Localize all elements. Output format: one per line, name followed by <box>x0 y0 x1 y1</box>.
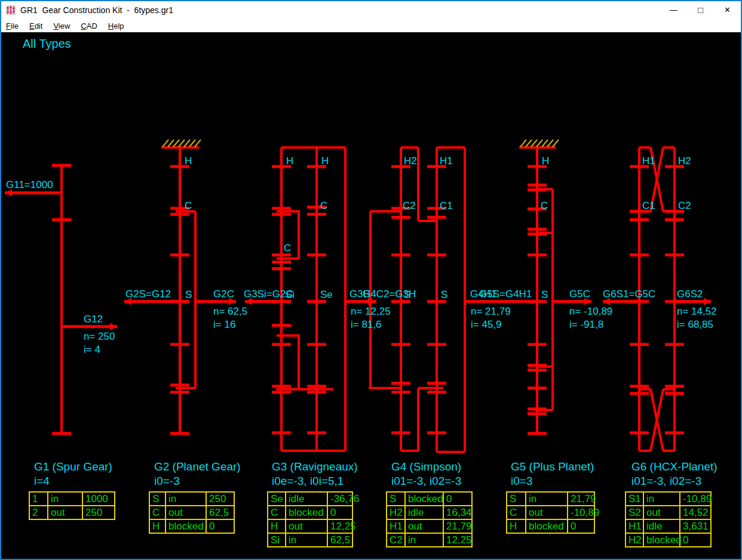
g5-output-i: i= -91,8 <box>569 319 603 330</box>
menu-file-rest: ile <box>11 21 19 30</box>
g6-input-label: G6S1=G5C <box>603 288 655 300</box>
g3-c-planet-label: C <box>284 242 291 254</box>
g5-ground-hatch <box>520 140 559 147</box>
table-cell: 1 <box>32 493 38 504</box>
g4-input-label: G4C2=G3H <box>363 288 416 300</box>
g4-structure-lines <box>369 147 465 452</box>
g6-output-label: G6S2 <box>677 288 703 300</box>
g4-title: G4 (Simpson) <box>391 460 461 473</box>
menu-bar: File Edit View CAD Help <box>1 19 741 32</box>
g4-s-right-label: S <box>441 289 447 300</box>
table-cell: 12,25 <box>330 521 356 532</box>
g4-h1-label: H1 <box>440 155 453 167</box>
table-cell: C <box>152 507 160 518</box>
table-cell: in <box>529 493 536 504</box>
table-cell: S1 <box>628 493 641 504</box>
g2-output-i: i= 16 <box>213 319 235 330</box>
table-cell: 0 <box>571 521 576 532</box>
menu-edit[interactable]: Edit <box>24 21 48 30</box>
menu-edit-rest: dit <box>35 21 43 30</box>
table-cell: 62,5 <box>330 534 350 546</box>
g3-tick-marks <box>272 167 326 433</box>
table-cell: S <box>390 493 396 504</box>
table-cell: 0 <box>683 534 688 546</box>
table-cell: 1000 <box>85 493 108 504</box>
g6-c2-label: C2 <box>678 200 691 211</box>
table-cell: in <box>51 493 59 504</box>
title-bar: GR1 Gear Construction Kit - 6types.gr1 —… <box>1 1 741 19</box>
g2-output-n: n= 62,5 <box>213 306 247 317</box>
cad-canvas[interactable]: All Types G11=1000 G12 n= 250 i= 4 G1 (S… <box>1 32 741 560</box>
g6-tick-marks <box>630 167 684 433</box>
table-cell: 21,79 <box>571 493 596 504</box>
g3-input-label: G3Si=G2C <box>244 288 293 300</box>
menu-cad-mnemonic: C <box>81 21 86 30</box>
g4-output-i: i= 45,9 <box>471 319 502 330</box>
table-cell: 250 <box>209 493 226 504</box>
g6-title: G6 (HCX-Planet) <box>631 460 718 473</box>
table-cell: blocked <box>646 534 682 546</box>
g4-c1-label: C1 <box>440 200 453 211</box>
table-cell: in <box>289 534 296 546</box>
g3-h-left-label: H <box>286 155 293 167</box>
table-cell: H1 <box>628 521 642 532</box>
g1-output-i: i= 4 <box>84 344 100 355</box>
table-cell: 14,52 <box>683 507 709 518</box>
g3-se-label: Se <box>320 289 333 300</box>
table-cell: out <box>51 507 65 518</box>
table-cell: C <box>510 507 517 518</box>
table-cell: out <box>529 507 543 518</box>
table-cell: 16,34 <box>446 507 472 518</box>
table-cell: 0 <box>446 493 452 504</box>
window-controls: — □ ✕ <box>660 1 741 19</box>
menu-cad-rest: AD <box>87 21 97 30</box>
table-cell: in <box>408 534 416 546</box>
menu-view[interactable]: View <box>48 21 75 30</box>
g2-output-label: G2C <box>213 288 234 300</box>
table-cell: H <box>271 521 278 532</box>
table-cell: out <box>289 521 303 532</box>
table-cell: S <box>510 493 516 504</box>
g5-output-label: G5C <box>569 288 590 300</box>
menu-help[interactable]: Help <box>103 21 130 30</box>
menu-help-rest: elp <box>114 21 124 30</box>
canvas-heading: All Types <box>23 37 71 50</box>
g1-output-label: G12 <box>84 313 103 325</box>
maximize-button[interactable]: □ <box>687 1 714 19</box>
g4-h2-label: H2 <box>404 155 417 167</box>
g5-h-label: H <box>542 155 549 167</box>
g6-output-n: n= 14,52 <box>677 306 717 317</box>
menu-edit-mnemonic: E <box>29 21 35 30</box>
g5-input-label: G5S=G4H1 <box>479 288 532 300</box>
g5-c-label: C <box>541 200 548 211</box>
g3-h-right-label: H <box>321 155 329 167</box>
menu-file-mnemonic: F <box>6 21 11 30</box>
app-icon[interactable] <box>6 5 16 15</box>
app-window: GR1 Gear Construction Kit - 6types.gr1 —… <box>0 0 742 560</box>
table-cell: H2 <box>628 534 642 546</box>
g1-input-label: G11=1000 <box>6 179 53 190</box>
menu-cad[interactable]: CAD <box>75 21 102 30</box>
g5-ratio: i0=3 <box>511 475 532 487</box>
g2-ratio: i0=-3 <box>154 475 180 487</box>
g4-ratio: i01=-3, i02=-3 <box>391 475 461 487</box>
table-cell: blocked <box>168 521 204 532</box>
table-cell: out <box>168 507 183 518</box>
table-cell: 250 <box>85 507 102 518</box>
table-cell: Se <box>271 493 283 504</box>
table-cell: 3,631 <box>683 521 709 532</box>
g6-ratio: i01=-3, i02=-3 <box>631 475 701 487</box>
table-cell: 0 <box>330 507 336 518</box>
table-cell: idle <box>408 507 424 518</box>
g3-output-i: i= 81,6 <box>351 319 382 330</box>
menu-file[interactable]: File <box>1 21 24 30</box>
close-button[interactable]: ✕ <box>714 1 741 19</box>
table-cell: blocked <box>408 493 443 504</box>
g6-output-i: i= 68,85 <box>677 319 713 330</box>
menu-help-mnemonic: H <box>108 21 114 30</box>
table-cell: out <box>646 507 661 518</box>
table-cell: out <box>408 521 422 532</box>
g6-c1-label: C1 <box>642 200 655 211</box>
g4-c2-label: C2 <box>403 200 416 211</box>
minimize-button[interactable]: — <box>660 1 687 19</box>
